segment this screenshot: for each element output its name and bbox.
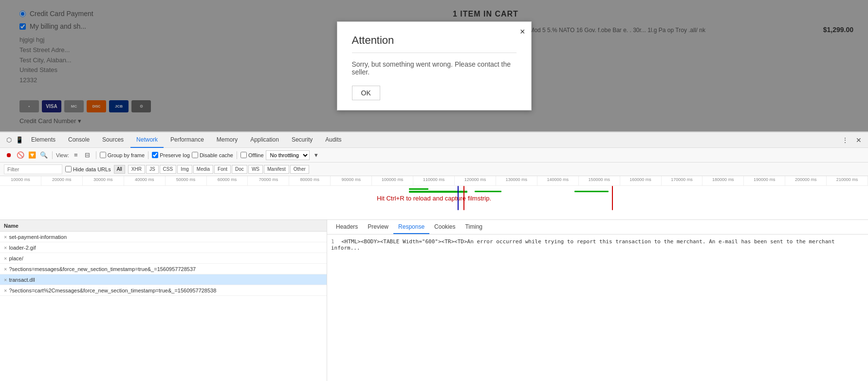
tab-application[interactable]: Application [244, 132, 285, 148]
devtools-more-icon[interactable]: ⋮ [840, 135, 850, 145]
toolbar-separator-1 [52, 151, 53, 159]
tick-190000: 190000 ms [744, 176, 785, 185]
network-row-name-5: transact.dll [9, 277, 35, 283]
network-bar-red-2 [612, 186, 613, 210]
filter-ws[interactable]: WS [248, 165, 263, 174]
response-panel: Headers Preview Response Cookies Timing … [327, 220, 868, 381]
tab-security[interactable]: Security [286, 132, 318, 148]
filter-manifest[interactable]: Manifest [264, 165, 289, 174]
filter-media[interactable]: Media [193, 165, 213, 174]
network-row-name-2: loader-2.gif [9, 245, 36, 251]
modal-close-button[interactable]: × [520, 27, 525, 37]
network-row-cart[interactable]: × ?sections=cart%2Cmessages&force_new_se… [0, 285, 327, 296]
preserve-log-text: Preserve log [160, 152, 190, 158]
preserve-log-label[interactable]: Preserve log [152, 152, 190, 158]
network-list-header: Name [0, 220, 327, 232]
network-row-loader[interactable]: × loader-2.gif [0, 242, 327, 253]
tick-40000: 40000 ms [124, 176, 166, 185]
search-button[interactable]: 🔍 [39, 150, 49, 160]
tab-sources[interactable]: Sources [96, 132, 129, 148]
tick-130000: 130000 ms [496, 176, 537, 185]
row-close-icon-2[interactable]: × [4, 245, 7, 251]
tab-preview[interactable]: Preview [363, 220, 393, 234]
tab-elements[interactable]: Elements [25, 132, 61, 148]
hide-data-urls-label[interactable]: Hide data URLs [65, 166, 111, 172]
row-close-icon-3[interactable]: × [4, 255, 7, 261]
filter-img[interactable]: Img [177, 165, 192, 174]
filter-css[interactable]: CSS [160, 165, 177, 174]
network-row-name: set-payment-information [9, 234, 67, 240]
network-bar-blue [458, 186, 459, 210]
group-by-frame-label[interactable]: Group by frame [100, 152, 145, 158]
preserve-log-checkbox[interactable] [152, 152, 158, 158]
offline-label[interactable]: Offline [240, 152, 264, 158]
tick-100000: 100000 ms [372, 176, 413, 185]
devtools-main: Name × set-payment-information × loader-… [0, 220, 868, 381]
tab-console[interactable]: Console [62, 132, 95, 148]
tab-network[interactable]: Network [130, 132, 164, 148]
hide-data-urls-checkbox[interactable] [65, 166, 72, 172]
tick-30000: 30000 ms [83, 176, 124, 185]
modal-divider [352, 53, 517, 53]
tick-140000: 140000 ms [537, 176, 579, 185]
network-list: Name × set-payment-information × loader-… [0, 220, 327, 381]
toolbar-separator-2 [96, 151, 96, 159]
modal-ok-button[interactable]: OK [352, 86, 380, 100]
throttle-select[interactable]: No throttling [266, 150, 310, 160]
network-row-set-payment[interactable]: × set-payment-information [0, 232, 327, 242]
tab-audits[interactable]: Audits [319, 132, 347, 148]
devtools-inspect-icon[interactable]: ⬡ [4, 135, 14, 145]
network-row-sections[interactable]: × ?sections=messages&force_new_section_t… [0, 264, 327, 274]
clear-button[interactable]: 🚫 [16, 150, 25, 160]
filter-all-button[interactable]: All [114, 165, 125, 174]
network-row-name-6: ?sections=cart%2Cmessages&force_new_sect… [9, 288, 216, 293]
tab-response[interactable]: Response [393, 220, 429, 234]
row-close-icon[interactable]: × [4, 234, 7, 240]
network-row-place[interactable]: × place/ [0, 253, 327, 264]
offline-checkbox[interactable] [240, 152, 247, 158]
hide-data-urls-text: Hide data URLs [73, 166, 111, 172]
throttle-down-icon[interactable]: ▾ [312, 150, 321, 160]
disable-cache-text: Disable cache [200, 152, 233, 158]
devtools-device-icon[interactable]: 📱 [15, 135, 24, 145]
filter-input[interactable] [4, 164, 62, 174]
group-by-frame-checkbox[interactable] [100, 152, 106, 158]
tab-timing[interactable]: Timing [460, 220, 487, 234]
view-large-button[interactable]: ⊟ [83, 150, 92, 160]
toolbar-separator-4 [237, 151, 237, 159]
devtools-tabbar: ⬡ 📱 Elements Console Sources Network Per… [0, 132, 868, 148]
filter-doc[interactable]: Doc [232, 165, 247, 174]
network-bar-green-5 [574, 191, 609, 192]
filter-font[interactable]: Font [214, 165, 231, 174]
tick-120000: 120000 ms [455, 176, 496, 185]
tab-cookies[interactable]: Cookies [429, 220, 460, 234]
row-close-icon-4[interactable]: × [4, 266, 7, 272]
view-list-button[interactable]: ≡ [71, 150, 81, 160]
filter-toggle-button[interactable]: 🔽 [27, 150, 37, 160]
record-button[interactable]: ⏺ [4, 150, 14, 160]
timeline-area: 10000 ms 20000 ms 30000 ms 40000 ms 5000… [0, 176, 868, 220]
name-column-header: Name [4, 223, 18, 229]
tab-headers[interactable]: Headers [331, 220, 363, 234]
tab-memory[interactable]: Memory [211, 132, 243, 148]
network-row-transact[interactable]: × transact.dll [0, 274, 327, 285]
filter-other[interactable]: Other [290, 165, 309, 174]
row-close-icon-5[interactable]: × [4, 277, 7, 283]
response-text: <HTML><BODY><TABLE Width="600"><TR><TD>A… [331, 238, 835, 251]
tick-110000: 110000 ms [413, 176, 455, 185]
tick-70000: 70000 ms [248, 176, 289, 185]
devtools-close-icon[interactable]: ✕ [853, 135, 864, 145]
disable-cache-checkbox[interactable] [192, 152, 198, 158]
tab-performance[interactable]: Performance [165, 132, 210, 148]
filter-xhr[interactable]: XHR [128, 165, 145, 174]
tick-20000: 20000 ms [41, 176, 83, 185]
tick-180000: 180000 ms [702, 176, 744, 185]
filter-types: XHR JS CSS Img Media Font Doc WS Manifes… [128, 165, 309, 174]
timeline-hint: Hit Ctrl+R to reload and capture filmstr… [377, 194, 491, 201]
disable-cache-label[interactable]: Disable cache [192, 152, 233, 158]
view-label: View: [56, 152, 69, 158]
network-bar-green-3 [475, 191, 494, 192]
filter-js[interactable]: JS [146, 165, 159, 174]
offline-text: Offline [248, 152, 264, 158]
row-close-icon-6[interactable]: × [4, 288, 7, 293]
